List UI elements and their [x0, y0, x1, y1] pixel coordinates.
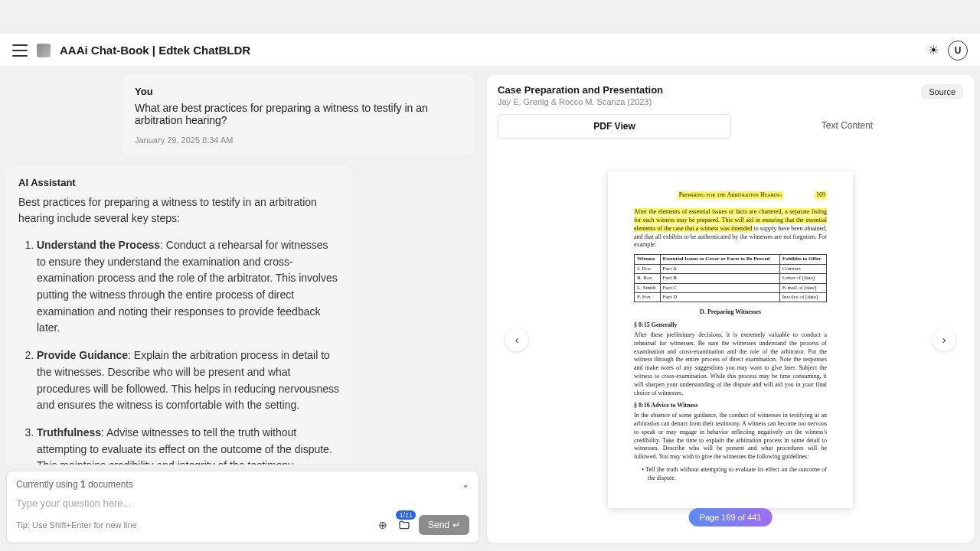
main: You What are best practices for preparin… — [0, 67, 980, 551]
source-tabs: PDF View Text Content — [498, 114, 963, 139]
pdf-section-title: § 8:16 Advice to Witness — [634, 402, 827, 410]
source-header: Case Preparation and Presentation Jay E.… — [498, 84, 963, 106]
input-area: Currently using 1 documents ⌄ Tip: Use S… — [6, 471, 479, 543]
chat-scroll[interactable]: You What are best practices for preparin… — [6, 75, 479, 465]
list-item: Truthfulness: Advise witnesses to tell t… — [37, 425, 340, 465]
source-button[interactable]: Source — [921, 84, 963, 99]
source-subtitle: Jay E. Grenig & Rocco M. Scanza (2023) — [498, 97, 663, 106]
ai-label: AI Assistant — [18, 177, 340, 188]
pdf-paragraph: After the elements of essential issues o… — [634, 208, 827, 249]
app-title: AAAi Chat-Book | Edtek ChatBLDR — [60, 44, 250, 57]
pdf-viewer: ‹ Preparing for the Arbitration Hearing … — [498, 145, 963, 534]
menu-icon[interactable] — [12, 44, 28, 57]
ai-list: Understand the Process: Conduct a rehear… — [18, 237, 340, 465]
pdf-paragraph: In the absence of some guidance, the con… — [634, 412, 827, 461]
input-actions: ⊕ 1/11 Send ↵ — [376, 515, 469, 535]
documents-toggle[interactable]: Currently using 1 documents ⌄ — [16, 479, 469, 490]
user-timestamp: January 29, 2025 8:34 AM — [135, 135, 462, 145]
app-logo — [37, 44, 51, 57]
pdf-paragraph: After these preliminary decisions, it is… — [634, 331, 827, 397]
theme-toggle-icon[interactable]: ☀ — [928, 43, 939, 57]
source-title: Case Preparation and Presentation — [498, 84, 663, 96]
pdf-section-title: § 8:15 Generally — [634, 321, 827, 330]
pdf-heading: D. Preparing Witnesses — [634, 308, 827, 317]
input-bottom: Tip: Use Shift+Enter for new line ⊕ 1/11… — [16, 515, 469, 535]
user-label: You — [135, 86, 462, 97]
topbar: AAAi Chat-Book | Edtek ChatBLDR ☀ U — [0, 34, 980, 67]
ai-message: AI Assistant Best practices for preparin… — [6, 166, 352, 465]
source-panel: Case Preparation and Presentation Jay E.… — [487, 75, 974, 543]
next-page-button[interactable]: › — [933, 328, 956, 351]
user-text: What are best practices for preparing a … — [135, 102, 462, 126]
user-avatar[interactable]: U — [948, 41, 968, 60]
chat-column: You What are best practices for preparin… — [6, 75, 479, 543]
list-item: Understand the Process: Conduct a rehear… — [37, 237, 340, 337]
question-input[interactable] — [16, 497, 469, 509]
add-icon[interactable]: ⊕ — [376, 518, 390, 532]
user-message: You What are best practices for preparin… — [122, 75, 475, 155]
tab-text-content[interactable]: Text Content — [731, 114, 963, 139]
input-tip: Tip: Use Shift+Enter for new line — [16, 520, 137, 530]
send-button[interactable]: Send ↵ — [419, 515, 469, 535]
list-item: Provide Guidance: Explain the arbitratio… — [37, 347, 340, 414]
folder-icon[interactable]: 1/11 — [397, 518, 411, 532]
page-indicator: Page 169 of 441 — [689, 508, 773, 527]
tab-pdf-view[interactable]: PDF View — [498, 114, 731, 139]
topbar-right: ☀ U — [928, 41, 968, 60]
pdf-table: WitnessEssential Issues to Cover or Fact… — [634, 254, 827, 302]
pdf-page: Preparing for the Arbitration Hearing 16… — [608, 171, 853, 508]
ai-intro: Best practices for preparing a witness t… — [18, 194, 340, 227]
folder-badge: 1/11 — [396, 510, 416, 520]
chevron-down-icon: ⌄ — [462, 479, 469, 490]
pdf-running-head: Preparing for the Arbitration Hearing 16… — [634, 191, 827, 200]
topbar-left: AAAi Chat-Book | Edtek ChatBLDR — [12, 44, 250, 57]
prev-page-button[interactable]: ‹ — [505, 328, 528, 351]
pdf-bullet: • Tell the truth without attempting to e… — [648, 466, 827, 483]
